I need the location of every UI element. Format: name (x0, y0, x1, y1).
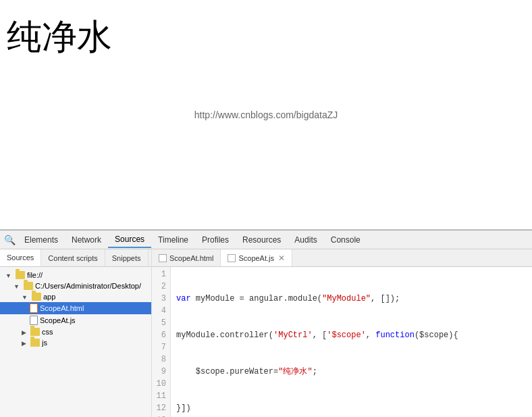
html-file-icon (30, 303, 38, 313)
code-tab-js[interactable]: ScopeAt.js ✕ (221, 249, 292, 266)
code-line: }]) (176, 402, 527, 414)
tree-item-js[interactable]: js (0, 337, 151, 348)
code-line: myModule.controller('MyCtrl', ['$scope',… (176, 329, 527, 341)
code-area[interactable]: 1 2 3 4 5 6 7 8 9 10 11 12 13 14 var myM… (152, 267, 532, 417)
tab-console[interactable]: Console (324, 232, 367, 247)
folder-icon (22, 328, 28, 336)
tab-elements[interactable]: Elements (18, 232, 65, 247)
close-tab-icon[interactable]: ✕ (278, 253, 285, 263)
tab-timeline[interactable]: Timeline (151, 232, 195, 247)
code-line: $scope.pureWater="纯净水"; (176, 366, 527, 378)
file-tree-panel: Sources Content scripts Snippets file://… (0, 249, 152, 417)
tree-item-css[interactable]: css (0, 326, 151, 337)
folder-icon (16, 271, 25, 279)
code-line: var myModule = angular.module("MyModule"… (176, 293, 527, 305)
search-icon[interactable]: 🔍 (3, 233, 16, 247)
js-tab-icon (228, 254, 236, 262)
folder-icon (32, 293, 41, 301)
url-display: http://www.cnblogs.com/bigdataZJ (194, 109, 338, 120)
panel-tab-sources[interactable]: Sources (0, 249, 41, 266)
tab-profiles[interactable]: Profiles (195, 232, 236, 247)
folder-open-icon (14, 282, 21, 290)
tab-sources[interactable]: Sources (108, 232, 151, 248)
folder-open-icon (5, 271, 13, 279)
panel-tab-snippets[interactable]: Snippets (105, 249, 149, 266)
folder-icon (30, 339, 40, 347)
code-content: var myModule = angular.module("MyModule"… (171, 267, 532, 417)
folder-icon (22, 339, 28, 347)
tree-item-file[interactable]: file:// (0, 270, 151, 280)
page-title: 纯净水 (7, 14, 112, 61)
tab-resources[interactable]: Resources (236, 232, 288, 247)
js-file-icon (30, 316, 38, 325)
tree-item-scopeAt-js[interactable]: ScopeAt.js (0, 314, 151, 326)
line-numbers: 1 2 3 4 5 6 7 8 9 10 11 12 13 14 (152, 267, 171, 417)
devtools-content: Sources Content scripts Snippets file://… (0, 249, 532, 417)
tree-item-app[interactable]: app (0, 291, 151, 302)
tree-item-scopeAt-html[interactable]: ScopeAt.html (0, 302, 151, 314)
tab-audits[interactable]: Audits (288, 232, 323, 247)
panel-tab-content-scripts[interactable]: Content scripts (41, 249, 105, 266)
folder-icon (24, 282, 33, 290)
code-tab-html[interactable]: ScopeAt.html (152, 249, 221, 266)
tree-item-desktop[interactable]: C:/Users/Administrator/Desktop/ (0, 280, 151, 291)
devtools-toolbar: 🔍 Elements Network Sources Timeline Prof… (0, 230, 532, 249)
folder-open-icon (22, 293, 29, 301)
folder-icon (30, 328, 40, 336)
devtools-panel: 🔍 Elements Network Sources Timeline Prof… (0, 230, 532, 417)
tab-network[interactable]: Network (65, 232, 108, 247)
file-tree: file:// C:/Users/Administrator/Desktop/ … (0, 267, 151, 417)
code-editor-panel: ScopeAt.html ScopeAt.js ✕ 1 2 3 4 5 6 7 (152, 249, 532, 417)
browser-preview: 纯净水 http://www.cnblogs.com/bigdataZJ (0, 0, 532, 230)
panel-tabs: Sources Content scripts Snippets (0, 249, 151, 267)
html-tab-icon (159, 254, 167, 262)
code-tabs: ScopeAt.html ScopeAt.js ✕ (152, 249, 532, 267)
